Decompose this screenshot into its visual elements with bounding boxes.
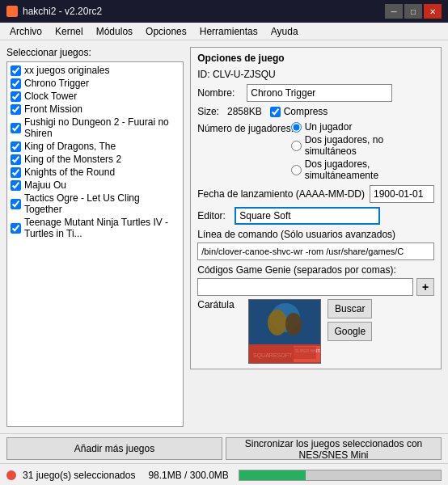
compress-label[interactable]: Compress	[270, 106, 328, 117]
game-label: Front Mission	[24, 103, 82, 115]
radio-2[interactable]	[291, 141, 302, 151]
editor-row: Editor:	[197, 207, 434, 225]
list-item[interactable]: Chrono Trigger	[9, 77, 181, 90]
nombre-label: Nombre:	[197, 87, 242, 99]
radio-1-text: Un jugador	[305, 121, 353, 133]
radio-3[interactable]	[291, 165, 302, 175]
game-label: Fushigi no Dungeon 2 - Fuurai no Shiren	[24, 116, 180, 139]
jugadores-radio-group: Un jugador Dos jugadores, no simultáneos…	[291, 121, 434, 181]
radio-2-label[interactable]: Dos jugadores, no simultáneos	[291, 134, 434, 157]
game-label: King of Dragons, The	[24, 141, 116, 152]
google-button[interactable]: Google	[328, 322, 372, 341]
main-content: Seleccionar juegos: xx juegos originales…	[0, 40, 448, 433]
menu-herramientas[interactable]: Herramientas	[193, 24, 264, 39]
sync-button[interactable]: Sincronizar los juegos seleccionados con…	[226, 437, 442, 460]
game-label: Chrono Trigger	[24, 78, 89, 89]
caratula-section: Carátula SQUARESOFT SUPER NINTENDO	[197, 299, 434, 364]
left-panel: Seleccionar juegos: xx juegos originales…	[6, 47, 184, 427]
list-item[interactable]: Front Mission	[9, 103, 181, 116]
fecha-input[interactable]	[370, 185, 434, 203]
size-label: Size:	[197, 106, 219, 117]
caratula-label: Carátula	[197, 299, 242, 310]
game-label: Tactics Ogre - Let Us Cling Together	[24, 192, 180, 215]
compress-checkbox[interactable]	[270, 107, 281, 117]
fecha-row: Fecha de lanzamiento (AAAA-MM-DD)	[197, 185, 434, 203]
maximize-button[interactable]: □	[404, 4, 422, 19]
list-item[interactable]: Tactics Ogre - Let Us Cling Together	[9, 192, 181, 216]
list-item[interactable]: Teenage Mutant Ninja Turtles IV - Turtle…	[9, 216, 181, 240]
right-panel: Opciones de juego ID: CLV-U-ZJSQU Nombre…	[190, 47, 442, 427]
caratula-buttons: Buscar Google	[328, 299, 372, 341]
status-bar: 31 juego(s) seleccionados 98.1MB / 300.0…	[0, 463, 448, 485]
game-label: Knights of the Round	[24, 167, 115, 178]
games-list[interactable]: xx juegos originalesChrono TriggerClock …	[6, 61, 184, 427]
title-bar: hakchi2 - v2.20rc2 ─ □ ✕	[0, 0, 448, 23]
games-count: 31 juego(s) seleccionados	[23, 470, 135, 481]
cmd-label: Línea de comando (Sólo usuarios avanzado…	[197, 229, 434, 240]
size-row: Size: 2858KB Compress	[197, 106, 434, 117]
radio-1[interactable]	[291, 122, 302, 133]
genio-row: +	[197, 278, 434, 296]
storage-size: 98.1MB / 300.0MB	[148, 470, 228, 481]
progress-bar-fill	[239, 470, 306, 480]
list-item[interactable]: Clock Tower	[9, 90, 181, 103]
svg-point-3	[268, 310, 287, 335]
genio-label: Códigos Game Genie (separados por comas)…	[197, 264, 434, 276]
list-item[interactable]: King of the Monsters 2	[9, 153, 181, 166]
add-games-button[interactable]: Añadir más juegos	[6, 437, 222, 460]
list-item[interactable]: Fushigi no Dungeon 2 - Fuurai no Shiren	[9, 116, 181, 140]
size-value: 2858KB	[227, 106, 262, 117]
list-item[interactable]: Knights of the Round	[9, 166, 181, 179]
nombre-input[interactable]	[247, 84, 392, 102]
editor-label: Editor:	[197, 210, 230, 221]
window-title: hakchi2 - v2.20rc2	[23, 6, 102, 17]
game-id: ID: CLV-U-ZJSQU	[197, 69, 434, 80]
menu-modulos[interactable]: Módulos	[90, 24, 139, 39]
close-button[interactable]: ✕	[424, 4, 442, 19]
game-label: Clock Tower	[24, 91, 77, 102]
jugadores-label: Número de jugadores:	[197, 121, 285, 134]
list-item[interactable]: xx juegos originales	[9, 64, 181, 77]
jugadores-row: Número de jugadores: Un jugador Dos juga…	[197, 121, 434, 181]
game-label: Majuu Ou	[24, 179, 66, 191]
status-indicator	[6, 470, 16, 480]
caratula-image: SQUARESOFT SUPER NINTENDO	[248, 299, 321, 364]
genio-input[interactable]	[197, 278, 413, 296]
progress-bar-container	[239, 470, 442, 481]
games-list-label: Seleccionar juegos:	[6, 47, 184, 58]
menu-ayuda[interactable]: Ayuda	[264, 24, 305, 39]
options-title: Opciones de juego	[197, 53, 434, 64]
game-label: King of the Monsters 2	[24, 154, 121, 165]
menu-archivo[interactable]: Archivo	[3, 24, 49, 39]
radio-2-text: Dos jugadores, no simultáneos	[305, 134, 434, 157]
game-label: xx juegos originales	[24, 65, 109, 76]
game-label: Teenage Mutant Ninja Turtles IV - Turtle…	[24, 217, 180, 239]
editor-input[interactable]	[235, 207, 380, 225]
radio-3-label[interactable]: Dos jugadores, simultáneamente	[291, 158, 434, 181]
bottom-buttons: Añadir más juegos Sincronizar los juegos…	[0, 433, 448, 463]
add-code-button[interactable]: +	[416, 278, 434, 296]
window-controls: ─ □ ✕	[385, 4, 442, 19]
cmd-input[interactable]	[197, 242, 434, 260]
list-item[interactable]: Majuu Ou	[9, 179, 181, 192]
svg-point-4	[285, 313, 302, 335]
fecha-label: Fecha de lanzamiento (AAAA-MM-DD)	[197, 188, 365, 200]
menu-opciones[interactable]: Opciones	[139, 24, 193, 39]
app-icon	[6, 6, 18, 17]
minimize-button[interactable]: ─	[385, 4, 403, 19]
compress-text: Compress	[284, 106, 328, 117]
nombre-row: Nombre:	[197, 84, 434, 102]
svg-text:SUPER NINTENDO: SUPER NINTENDO	[295, 348, 321, 353]
radio-1-label[interactable]: Un jugador	[291, 121, 434, 133]
options-group: Opciones de juego ID: CLV-U-ZJSQU Nombre…	[190, 47, 442, 369]
list-item[interactable]: King of Dragons, The	[9, 140, 181, 153]
menu-bar: Archivo Kernel Módulos Opciones Herramie…	[0, 23, 448, 40]
buscar-button[interactable]: Buscar	[328, 299, 372, 318]
svg-text:SQUARESOFT: SQUARESOFT	[253, 352, 293, 359]
radio-3-text: Dos jugadores, simultáneamente	[305, 158, 434, 181]
menu-kernel[interactable]: Kernel	[49, 24, 90, 39]
